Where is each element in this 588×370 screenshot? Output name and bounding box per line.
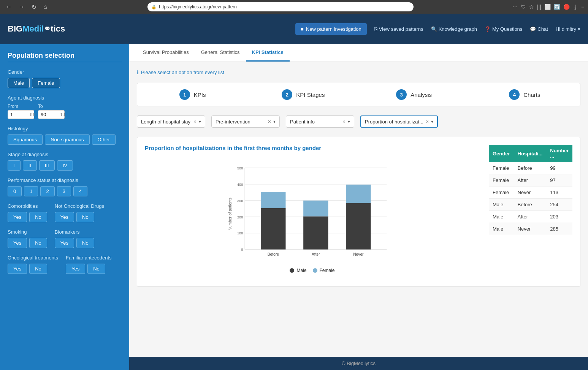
comorbidities-yes-button[interactable]: Yes [8,212,27,222]
analysis-dropdown-value: Patient info [290,119,340,125]
table-row: FemaleNever113 [489,187,572,199]
stage-ii-button[interactable]: II [23,160,37,171]
saved-patterns-link[interactable]: ⎘ View saved patterns [374,26,423,32]
table-header-row: Gender Hospitali... Number ... [489,145,572,162]
table-row: FemaleBefore99 [489,162,572,174]
new-pattern-button[interactable]: ■ New pattern investigation [295,23,367,35]
my-questions-link[interactable]: ❓ My Questions [485,26,522,32]
step-3-circle: 3 [396,89,407,100]
smoking-row: Smoking Yes No Biomarkers Yes No [8,229,122,248]
smoking-label: Smoking [8,229,47,235]
table-cell: 97 [546,174,572,187]
reload-button[interactable]: ↻ [30,3,38,11]
tab-kpi[interactable]: KPI Statistics [246,44,290,62]
comorbidities-no-button[interactable]: No [29,212,47,222]
perf-4-button[interactable]: 4 [73,186,87,196]
forward-button[interactable]: → [17,3,27,11]
histology-squamous-button[interactable]: Squamous [8,134,43,145]
familiar-yes-button[interactable]: Yes [66,264,85,274]
table-row: FemaleAfter97 [489,174,572,187]
perf-3-button[interactable]: 3 [57,186,71,196]
onco-no-button[interactable]: No [29,264,47,274]
perf-2-button[interactable]: 2 [40,186,54,196]
gender-buttons: Male Female [8,78,122,88]
kpi-dropdown[interactable]: Length of hospital stay × ▾ [137,115,205,128]
perf-0-button[interactable]: 0 [8,186,22,196]
table-cell: Female [489,187,514,199]
chart-clear-icon[interactable]: × [426,119,429,125]
histology-nonsquamous-button[interactable]: Non squamous [45,134,89,145]
steps-row: 1 KPIs 2 KPI Stages 3 Analy [137,83,580,106]
table-row: MaleNever285 [489,223,572,235]
home-button[interactable]: ⌂ [41,3,49,11]
age-to-input[interactable] [41,112,60,117]
chart-legend: Male Female [145,268,480,273]
bar-before-female [261,192,285,208]
kpi-clear-icon[interactable]: × [193,119,197,125]
not-onco-yes-button[interactable]: Yes [55,212,74,222]
spinner-icon-2: ⬆⬇ [60,112,66,117]
familiar-no-button[interactable]: No [87,264,105,274]
col-number-header: Number ... [546,145,572,162]
biomarkers-yes-button[interactable]: Yes [55,238,74,248]
analysis-chevron-icon: ▾ [348,119,350,124]
bar-never-female [346,185,371,203]
step-4-circle: 4 [509,89,520,100]
analysis-clear-icon[interactable]: × [342,119,346,125]
chat-icon: 💬 [530,26,536,32]
question-icon: ❓ [485,26,491,32]
svg-text:Number of patients: Number of patients [228,198,232,231]
data-table: Gender Hospitali... Number ... FemaleBef… [489,145,572,235]
table-row: MaleBefore254 [489,199,572,211]
stage-i-button[interactable]: I [8,160,21,171]
not-onco-label: Not Oncological Drugs [55,203,104,209]
stage-chevron-icon: ▾ [273,119,276,124]
not-onco-buttons: Yes No [55,212,104,222]
histology-buttons: Squamous Non squamous Other [8,134,122,145]
smoking-yes-button[interactable]: Yes [8,238,27,248]
stage-dropdown[interactable]: Pre-intervention × ▾ [211,115,280,128]
age-from-input[interactable] [10,112,29,117]
svg-text:0: 0 [241,248,243,251]
analysis-dropdown[interactable]: Patient info × ▾ [286,115,354,128]
bar-after-female [303,201,328,217]
tab-survival[interactable]: Survival Probabilities [137,44,195,62]
address-bar[interactable]: 🔒 https://bigmedilytics.atc.gr/new-patte… [147,2,414,11]
smoking-no-button[interactable]: No [29,238,47,248]
step-charts: 4 Charts [469,89,580,100]
perf-1-button[interactable]: 1 [24,186,38,196]
biomarkers-label: Biomarkers [55,229,94,235]
gender-female-button[interactable]: Female [32,78,60,88]
not-onco-no-button[interactable]: No [76,212,94,222]
histology-other-button[interactable]: Other [92,134,116,145]
gender-male-button[interactable]: Male [8,78,30,88]
kpi-chevron-icon: ▾ [199,119,201,124]
biomarkers-no-button[interactable]: No [76,238,94,248]
user-menu[interactable]: Hi dimitry ▾ [556,26,580,32]
knowledge-graph-link[interactable]: 🔍 Knowledge graph [431,26,477,32]
stage-clear-icon[interactable]: × [268,119,271,125]
tab-general[interactable]: General Statistics [195,44,246,62]
step-2-label: KPI Stages [296,92,325,98]
table-cell: 285 [546,223,572,235]
smoking-buttons: Yes No [8,238,47,248]
sidebar: Population selection Gender Male Female … [0,44,129,370]
back-button[interactable]: ← [4,3,14,11]
stage-iii-button[interactable]: III [39,160,55,171]
svg-text:100: 100 [237,231,243,235]
step-1-label: KPIs [194,92,206,98]
chart-dropdown[interactable]: Proportion of hospitalizat... × ▾ [360,115,438,128]
table-cell: After [514,211,547,223]
stage-iv-button[interactable]: IV [57,160,73,171]
logo: BIGMedil⚭tics [8,24,65,34]
chevron-down-icon: ▾ [578,26,580,32]
table-cell: Before [514,162,547,174]
legend-female: Female [313,268,335,273]
table-cell: 99 [546,162,572,174]
chat-link[interactable]: 💬 Chat [530,26,548,32]
chart-section: Proportion of hospitalizations in the fi… [137,137,580,287]
performance-label: Performance status at diagnosis [8,177,122,183]
onco-yes-button[interactable]: Yes [8,264,27,274]
table-cell: 113 [546,187,572,199]
right-panel: Survival Probabilities General Statistic… [129,44,588,370]
